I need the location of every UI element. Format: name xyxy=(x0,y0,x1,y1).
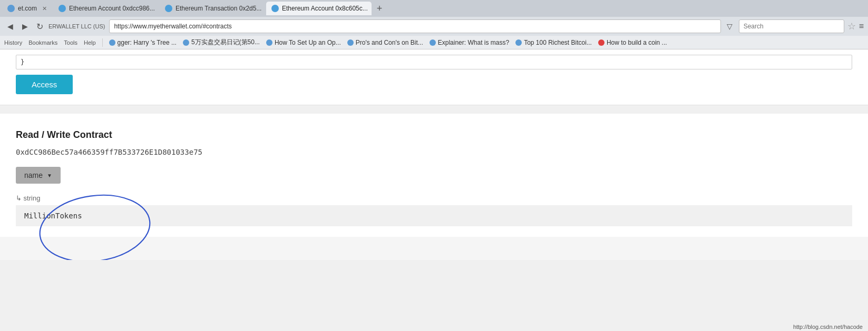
address-bar: ◀ ▶ ↻ ERWALLET LLC (US) ▽ ☆ ≡ xyxy=(0,17,868,36)
bookmark-globe-1 xyxy=(109,39,115,46)
divider xyxy=(102,38,103,47)
bookmark-star-icon[interactable]: ☆ xyxy=(847,21,856,32)
bookmark-build-coin[interactable]: How to build a coin ... xyxy=(598,39,667,46)
tab-label-transaction: Ethereum Transaction 0x2d5... xyxy=(175,5,261,12)
bookmark-label-3: How To Set Up an Op... xyxy=(275,39,341,46)
bookmark-label-6: Top 100 Richest Bitcoi... xyxy=(524,39,592,46)
result-value: MillionTokens xyxy=(16,205,852,226)
bookmark-globe-3 xyxy=(266,39,272,46)
bookmark-pros-cons[interactable]: Pro's and Con's on Bit... xyxy=(347,39,423,46)
reload-button[interactable]: ↻ xyxy=(34,21,45,32)
tab-close-et[interactable]: ✕ xyxy=(42,5,47,12)
bookmark-label-7: How to build a coin ... xyxy=(607,39,667,46)
bookmark-label-2: 5万实盘交易日记(第50... xyxy=(191,38,260,47)
back-button[interactable]: ◀ xyxy=(4,21,16,32)
tab-icon-account1 xyxy=(58,5,66,12)
bookmark-globe-6 xyxy=(515,39,522,46)
menu-icon[interactable]: ≡ xyxy=(859,22,864,31)
bookmark-globe-5 xyxy=(430,39,436,46)
code-snippet: } xyxy=(16,55,852,69)
dropdown-label: name xyxy=(24,171,43,179)
bookmarks-bar: History Bookmarks Tools Help gger: Harry… xyxy=(0,36,868,49)
tab-account2[interactable]: Ethereum Account 0x8c605c... ✕ xyxy=(266,2,372,15)
bookmark-label-4: Pro's and Con's on Bit... xyxy=(356,39,423,46)
tab-label-et: et.com xyxy=(18,5,37,12)
dropdown-icon[interactable]: ▽ xyxy=(724,21,736,32)
contract-section-title: Read / Write Contract xyxy=(16,129,852,141)
bookmark-history[interactable]: History xyxy=(4,39,22,46)
tab-icon-account2 xyxy=(271,5,279,12)
bookmark-globe-7 xyxy=(598,39,604,46)
bookmark-trading[interactable]: 5万实盘交易日记(第50... xyxy=(183,38,260,47)
tab-label-account1: Ethereum Account 0xdcc986... xyxy=(69,5,155,12)
address-input[interactable] xyxy=(109,19,720,33)
bookmark-bookmarks[interactable]: Bookmarks xyxy=(28,39,57,46)
bookmark-globe-2 xyxy=(183,39,189,46)
bookmark-top100[interactable]: Top 100 Richest Bitcoi... xyxy=(515,39,592,46)
contract-address: 0xdCC986Bec57a466359ff7B533726E1D801033e… xyxy=(16,148,852,156)
tab-bar: et.com ✕ Ethereum Account 0xdcc986... ✕ … xyxy=(0,0,868,17)
bookmark-label-1: gger: Harry 's Tree ... xyxy=(118,39,177,46)
bookmark-harry-tree[interactable]: gger: Harry 's Tree ... xyxy=(109,39,177,46)
result-type-label: ↳ string xyxy=(16,194,852,202)
tab-account1[interactable]: Ethereum Account 0xdcc986... ✕ xyxy=(53,2,159,15)
tab-icon-et xyxy=(7,5,15,12)
tab-icon-transaction xyxy=(165,5,172,12)
site-label: ERWALLET LLC (US) xyxy=(48,23,105,29)
search-input[interactable] xyxy=(739,19,844,33)
tab-transaction[interactable]: Ethereum Transaction 0x2d5... ✕ xyxy=(160,2,265,15)
top-section: } Access xyxy=(0,49,868,105)
dropdown-arrow-icon: ▼ xyxy=(47,173,52,178)
page-content: } Access Read / Write Contract 0xdCC986B… xyxy=(0,49,868,260)
tab-et[interactable]: et.com ✕ xyxy=(2,2,52,15)
new-tab-button[interactable]: + xyxy=(373,2,386,15)
name-dropdown-button[interactable]: name ▼ xyxy=(16,167,61,184)
browser-chrome: et.com ✕ Ethereum Account 0xdcc986... ✕ … xyxy=(0,0,868,49)
section-divider xyxy=(0,105,868,114)
bookmark-help[interactable]: Help xyxy=(84,39,96,46)
bookmark-globe-4 xyxy=(347,39,354,46)
bookmark-howto-op[interactable]: How To Set Up an Op... xyxy=(266,39,341,46)
contract-section: Read / Write Contract 0xdCC986Bec57a4663… xyxy=(0,114,868,237)
bookmark-label-5: Explainer: What is mass? xyxy=(438,39,509,46)
forward-button[interactable]: ▶ xyxy=(19,21,31,32)
access-button[interactable]: Access xyxy=(16,75,73,94)
result-area: ↳ string MillionTokens xyxy=(16,194,852,226)
tab-label-account2: Ethereum Account 0x8c605c... xyxy=(282,5,368,12)
bookmark-explainer[interactable]: Explainer: What is mass? xyxy=(430,39,509,46)
bookmark-tools[interactable]: Tools xyxy=(64,39,77,46)
